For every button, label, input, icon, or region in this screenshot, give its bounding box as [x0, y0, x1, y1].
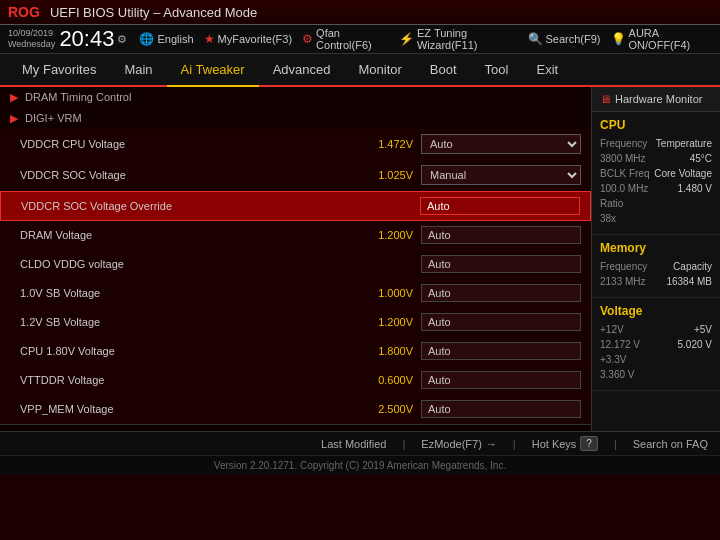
setting-value-7: 1.800V	[348, 345, 413, 357]
hw-section-0: CPUFrequencyTemperature3800 MHz45°CBCLK …	[592, 112, 720, 235]
nav-item-exit[interactable]: Exit	[522, 54, 572, 85]
setting-row-4[interactable]: CLDO VDDG voltageAuto	[0, 250, 591, 279]
setting-control-9[interactable]: Auto	[421, 400, 581, 418]
hw-row-0-1: 3800 MHz45°C	[600, 153, 712, 164]
setting-row-9[interactable]: VPP_MEM Voltage2.500VAuto	[0, 395, 591, 424]
hw-row-0-2: BCLK FreqCore Voltage	[600, 168, 712, 179]
setting-text-8: Auto	[421, 371, 581, 389]
ezmode-icon: →	[486, 438, 497, 450]
setting-row-8[interactable]: VTTDDR Voltage0.600VAuto	[0, 366, 591, 395]
aura-icon: 💡	[611, 32, 626, 46]
nav-item-ai-tweaker[interactable]: Ai Tweaker	[167, 54, 259, 87]
sep3: |	[614, 438, 617, 450]
setting-row-1[interactable]: VDDCR SOC Voltage1.025VAutoManualOffset	[0, 160, 591, 191]
setting-text-9: Auto	[421, 400, 581, 418]
faq-item[interactable]: Search on FAQ	[633, 438, 708, 450]
nav-item-advanced[interactable]: Advanced	[259, 54, 345, 85]
setting-control-7[interactable]: Auto	[421, 342, 581, 360]
settings-icon[interactable]: ⚙	[117, 33, 127, 46]
setting-label-8: VTTDDR Voltage	[20, 374, 348, 386]
hotkeys-item[interactable]: Hot Keys ?	[532, 436, 598, 451]
date-display: 10/09/2019 Wednesday	[8, 28, 55, 50]
setting-text-5: Auto	[421, 284, 581, 302]
nav-item-tool[interactable]: Tool	[471, 54, 523, 85]
aura-label: AURA ON/OFF(F4)	[629, 27, 712, 51]
hw-row-2-2: +3.3V	[600, 354, 712, 365]
setting-row-0[interactable]: VDDCR CPU Voltage1.472VAutoManualOffset	[0, 129, 591, 160]
setting-control-0[interactable]: AutoManualOffset	[421, 134, 581, 154]
myfavorite-action[interactable]: ★ MyFavorite(F3)	[204, 32, 293, 46]
sep2: |	[513, 438, 516, 450]
hotkeys-label: Hot Keys	[532, 438, 577, 450]
setting-row-6[interactable]: 1.2V SB Voltage1.200VAuto	[0, 308, 591, 337]
setting-value-8: 0.600V	[348, 374, 413, 386]
setting-label-5: 1.0V SB Voltage	[20, 287, 348, 299]
datetime-block: 10/09/2019 Wednesday 20:43 ⚙	[8, 28, 127, 50]
setting-select-1[interactable]: AutoManualOffset	[421, 165, 581, 185]
setting-row-5[interactable]: 1.0V SB Voltage1.000VAuto	[0, 279, 591, 308]
rog-logo: ROG	[8, 4, 40, 20]
nav-item-monitor[interactable]: Monitor	[345, 54, 416, 85]
setting-control-8[interactable]: Auto	[421, 371, 581, 389]
settings-panel: ▶ DRAM Timing Control ▶ DIGI+ VRM VDDCR …	[0, 87, 592, 431]
hw-sections: CPUFrequencyTemperature3800 MHz45°CBCLK …	[592, 112, 720, 391]
fan-icon: ⚙	[302, 32, 313, 46]
hw-section-2: Voltage+12V+5V12.172 V5.020 V+3.3V3.360 …	[592, 298, 720, 391]
setting-label-9: VPP_MEM Voltage	[20, 403, 348, 415]
setting-value-1: 1.025V	[348, 169, 413, 181]
ezmode-item[interactable]: EzMode(F7) →	[421, 438, 497, 450]
setting-label-0: VDDCR CPU Voltage	[20, 138, 348, 150]
nav-menu: My FavoritesMainAi TweakerAdvancedMonito…	[0, 54, 720, 87]
setting-control-1[interactable]: AutoManualOffset	[421, 165, 581, 185]
dram-timing-header[interactable]: ▶ DRAM Timing Control	[0, 87, 591, 108]
language-action[interactable]: 🌐 English	[139, 32, 193, 46]
setting-control-6[interactable]: Auto	[421, 313, 581, 331]
setting-control-3[interactable]: Auto	[421, 226, 581, 244]
search-icon: 🔍	[528, 32, 543, 46]
hw-row-1-0: FrequencyCapacity	[600, 261, 712, 272]
nav-item-my-favorites[interactable]: My Favorites	[8, 54, 110, 85]
hw-monitor-title: Hardware Monitor	[615, 93, 702, 105]
setting-select-0[interactable]: AutoManualOffset	[421, 134, 581, 154]
setting-label-4: CLDO VDDG voltage	[20, 258, 348, 270]
hw-section-title-1: Memory	[600, 241, 712, 255]
last-modified-item[interactable]: Last Modified	[321, 438, 386, 450]
hw-section-title-2: Voltage	[600, 304, 712, 318]
setting-label-6: 1.2V SB Voltage	[20, 316, 348, 328]
ez-tuning-action[interactable]: ⚡ EZ Tuning Wizard(F11)	[399, 27, 518, 51]
setting-control-4[interactable]: Auto	[421, 255, 581, 273]
hw-monitor-header: 🖥 Hardware Monitor	[592, 87, 720, 112]
setting-row-3[interactable]: DRAM Voltage1.200VAuto	[0, 221, 591, 250]
setting-label-3: DRAM Voltage	[20, 229, 348, 241]
setting-text-3: Auto	[421, 226, 581, 244]
main-content: ▶ DRAM Timing Control ▶ DIGI+ VRM VDDCR …	[0, 87, 720, 431]
setting-value-6: 1.200V	[348, 316, 413, 328]
nav-item-boot[interactable]: Boot	[416, 54, 471, 85]
settings-rows: VDDCR CPU Voltage1.472VAutoManualOffsetV…	[0, 129, 591, 424]
clock-display: 20:43	[59, 28, 114, 50]
setting-value-3: 1.200V	[348, 229, 413, 241]
myfavorite-label: MyFavorite(F3)	[218, 33, 293, 45]
top-actions: 🌐 English ★ MyFavorite(F3) ⚙ Qfan Contro…	[139, 27, 712, 51]
qfan-action[interactable]: ⚙ Qfan Control(F6)	[302, 27, 389, 51]
info-box: ℹ Min = 0.75V Max = 1.80V Increment = 0.…	[0, 424, 591, 431]
setting-control-5[interactable]: Auto	[421, 284, 581, 302]
hw-row-0-0: FrequencyTemperature	[600, 138, 712, 149]
hw-row-0-5: 38x	[600, 213, 712, 224]
search-action[interactable]: 🔍 Search(F9)	[528, 32, 601, 46]
digi-vrm-header[interactable]: ▶ DIGI+ VRM	[0, 108, 591, 129]
hw-row-2-0: +12V+5V	[600, 324, 712, 335]
sep1: |	[402, 438, 405, 450]
qfan-label: Qfan Control(F6)	[316, 27, 389, 51]
setting-value-5: 1.000V	[348, 287, 413, 299]
footer: Version 2.20.1271. Copyright (C) 2019 Am…	[0, 455, 720, 475]
setting-control-2[interactable]: Auto	[420, 197, 580, 215]
aura-action[interactable]: 💡 AURA ON/OFF(F4)	[611, 27, 712, 51]
monitor-icon: 🖥	[600, 93, 611, 105]
setting-row-7[interactable]: CPU 1.80V Voltage1.800VAuto	[0, 337, 591, 366]
nav-item-main[interactable]: Main	[110, 54, 166, 85]
hw-row-0-4: Ratio	[600, 198, 712, 209]
setting-row-2[interactable]: VDDCR SOC Voltage OverrideAuto	[0, 191, 591, 221]
title-text: UEFI BIOS Utility – Advanced Mode	[50, 5, 257, 20]
hw-section-title-0: CPU	[600, 118, 712, 132]
